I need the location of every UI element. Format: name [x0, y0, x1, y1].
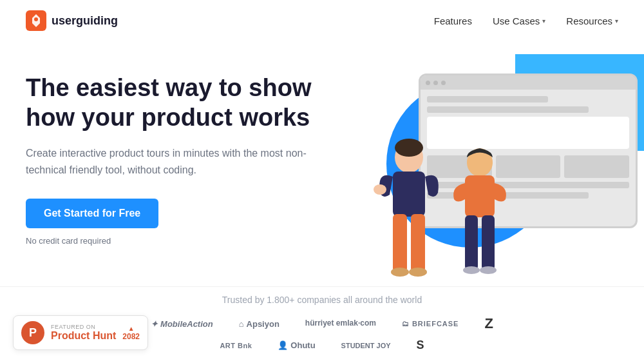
product-hunt-icon: P — [21, 321, 44, 344]
logo-hurriyet: hürriyet emlak·com — [305, 319, 376, 329]
logo-z: Z — [484, 315, 493, 332]
logo-icon-mobile-action: ✦ — [151, 319, 158, 329]
hero-content: The easiest way to show how your product… — [26, 67, 361, 246]
logo-icon-ohutu: 👤 — [278, 340, 288, 350]
no-credit-card-label: No credit card required — [26, 236, 361, 246]
screen-dot — [433, 81, 438, 85]
nav-links: Features Use Cases ▾ Resources ▾ — [434, 15, 618, 26]
svg-rect-6 — [393, 214, 407, 272]
svg-rect-4 — [393, 172, 425, 217]
logo-s: S — [417, 338, 424, 352]
nav-item-usecases[interactable]: Use Cases ▾ — [493, 15, 545, 26]
screen-dot — [441, 81, 446, 85]
svg-point-8 — [391, 268, 409, 277]
ph-vote-count: 2082 — [122, 332, 140, 341]
cta-button[interactable]: Get Started for Free — [26, 199, 158, 228]
screen-card — [564, 155, 629, 178]
logo[interactable]: userguiding — [26, 10, 118, 31]
svg-point-15 — [480, 266, 497, 274]
logo-apsiyon: ⌂ Apsiyon — [239, 319, 279, 329]
chevron-down-icon: ▾ — [542, 17, 545, 25]
character-left — [367, 138, 451, 286]
chevron-down-icon: ▾ — [615, 17, 618, 25]
svg-point-14 — [463, 266, 480, 274]
logo-text: userguiding — [52, 14, 118, 28]
logo-icon-apsiyon: ⌂ — [239, 319, 244, 329]
hero-subtitle: Create interactive product tours in minu… — [26, 145, 322, 178]
svg-rect-13 — [482, 215, 495, 270]
svg-rect-12 — [465, 215, 478, 270]
screen-top-bar — [421, 75, 636, 90]
logo-artbnk: ART Bnk — [220, 342, 252, 349]
logo-ohutu: 👤 Ohutu — [278, 340, 315, 350]
nav-item-features[interactable]: Features — [434, 15, 472, 26]
svg-point-9 — [409, 268, 427, 277]
character-right — [444, 144, 515, 286]
ph-votes: ▲ 2082 — [122, 325, 140, 341]
logo-mobile-action: ✦ MobileAction — [151, 319, 213, 329]
screen-content-row — [427, 106, 589, 113]
ph-name: Product Hunt — [51, 330, 116, 342]
hero-section: The easiest way to show how your product… — [0, 41, 644, 286]
svg-point-5 — [374, 184, 386, 195]
upvote-arrow-icon: ▲ — [128, 325, 135, 332]
product-hunt-text: FEATURED ON Product Hunt — [51, 324, 116, 342]
ph-featured-label: FEATURED ON — [51, 324, 116, 330]
logo-studentjoy: STUDENT JOY — [341, 342, 391, 349]
svg-point-3 — [395, 139, 423, 157]
logo-icon — [26, 10, 46, 31]
nav-item-resources[interactable]: Resources ▾ — [566, 15, 618, 26]
hero-title: The easiest way to show how your product… — [26, 74, 361, 132]
logo-icon-briefcase: 🗂 — [402, 320, 410, 328]
product-hunt-badge[interactable]: P FEATURED ON Product Hunt ▲ 2082 — [13, 315, 148, 350]
navbar: userguiding Features Use Cases ▾ Resourc… — [0, 0, 644, 41]
svg-rect-11 — [465, 175, 495, 217]
screen-dot — [426, 81, 430, 85]
screen-content-row — [427, 96, 548, 103]
svg-point-1 — [34, 17, 38, 21]
trusted-tagline: Trusted by 1.800+ companies all around t… — [26, 295, 618, 305]
hero-illustration — [348, 67, 618, 286]
svg-rect-7 — [411, 214, 425, 272]
logo-briefcase: 🗂 BRIEFCASE — [402, 320, 459, 328]
